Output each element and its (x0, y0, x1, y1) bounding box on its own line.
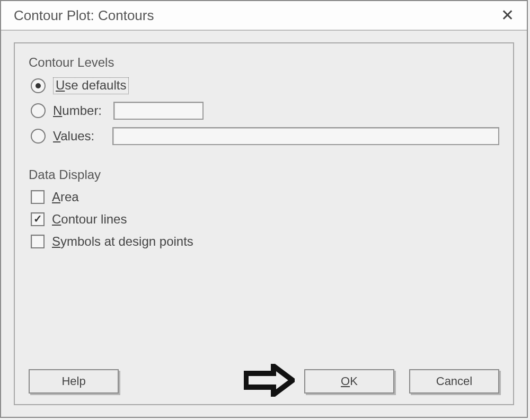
close-icon[interactable]: ✕ (498, 7, 517, 23)
cancel-button[interactable]: Cancel (409, 369, 499, 394)
group-label-contour-levels: Contour Levels (29, 55, 499, 70)
checkbox-label-symbols: Symbols at design points (52, 234, 193, 249)
radio-label-use-defaults: Use defaults (53, 77, 129, 94)
ok-button[interactable]: OK (304, 369, 394, 394)
dialog-body: Contour Levels Use defaults Number: Valu… (14, 42, 514, 405)
window-title: Contour Plot: Contours (14, 7, 154, 24)
number-input[interactable] (113, 102, 204, 120)
radio-label-values: Values: (53, 129, 94, 144)
checkbox-contour-lines[interactable]: Contour lines (31, 212, 499, 227)
dialog-window: Contour Plot: Contours ✕ Contour Levels … (0, 0, 528, 418)
radio-label-number: Number: (53, 103, 102, 118)
group-label-data-display: Data Display (29, 167, 499, 182)
radio-icon[interactable] (31, 103, 46, 118)
checkbox-label-area: Area (52, 190, 79, 204)
radio-icon[interactable] (31, 78, 46, 93)
radio-values[interactable]: Values: (31, 127, 499, 145)
checkbox-symbols[interactable]: Symbols at design points (31, 234, 499, 249)
radio-number[interactable]: Number: (31, 102, 499, 120)
button-row: Help OK Cancel (29, 369, 499, 394)
help-button[interactable]: Help (29, 369, 119, 394)
checkbox-icon[interactable] (31, 212, 45, 226)
values-input[interactable] (112, 127, 499, 145)
checkbox-label-contour-lines: Contour lines (52, 212, 127, 227)
checkbox-icon[interactable] (31, 190, 45, 204)
checkbox-icon[interactable] (31, 235, 45, 248)
title-bar: Contour Plot: Contours ✕ (1, 1, 527, 31)
radio-use-defaults[interactable]: Use defaults (31, 77, 499, 94)
radio-icon[interactable] (31, 129, 46, 144)
checkbox-area[interactable]: Area (31, 190, 499, 204)
